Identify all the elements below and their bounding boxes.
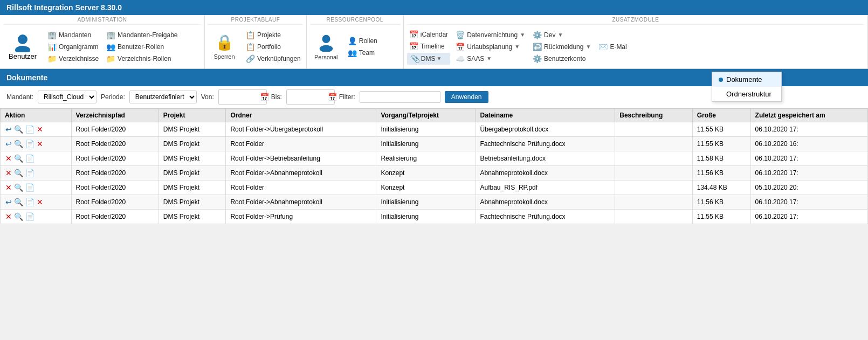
portfolio-icon: 📋 xyxy=(246,43,255,51)
doc-icon[interactable]: 📄 xyxy=(25,197,35,207)
action-cell: ✕🔍📄 xyxy=(1,166,72,181)
rollen-label: Rollen xyxy=(359,37,377,45)
saas-button[interactable]: ☁️ SAAS ▼ xyxy=(453,53,527,64)
verzeichnisse-button[interactable]: 📁 Verzeichnisse xyxy=(45,53,101,64)
dms-dropdown-menu: Dokumente Ordnerstruktur xyxy=(712,72,782,102)
doc-icon[interactable]: 📄 xyxy=(25,212,35,221)
timeline-button[interactable]: 📅 Timeline xyxy=(407,41,450,52)
ressource-small-buttons: 👤 Rollen 👥 Team xyxy=(346,36,380,58)
delete-icon[interactable]: ✕ xyxy=(5,183,12,192)
cell-projekt: DMS Projekt xyxy=(159,195,226,210)
icalendar-button[interactable]: 📅 iCalendar xyxy=(407,29,450,40)
datenvernichtung-label: Datenvernichtung xyxy=(467,31,518,39)
undo-icon[interactable]: ↩ xyxy=(5,197,12,207)
saas-label: SAAS xyxy=(467,55,484,63)
urlaubsplanung-button[interactable]: 📅 Urlaubsplanung ▼ xyxy=(453,41,527,52)
dropdown-dokumente[interactable]: Dokumente xyxy=(712,72,781,87)
action-cell: ↩🔍📄✕ xyxy=(1,122,72,137)
mandanten-button[interactable]: 🏢 Mandanten xyxy=(45,30,101,40)
action-cell: ✕🔍📄 xyxy=(1,181,72,195)
search-icon[interactable]: 🔍 xyxy=(13,168,24,178)
dms-button[interactable]: 📎 DMS ▼ xyxy=(407,53,450,65)
verknuepfungen-button[interactable]: 🔗 Verknüpfungen xyxy=(244,53,303,64)
rueckmeldung-button[interactable]: ↩️ Rückmeldung ▼ xyxy=(531,41,593,52)
doc-icon[interactable]: 📄 xyxy=(25,154,35,163)
col-groesse: Große xyxy=(692,109,750,122)
search-icon[interactable]: 🔍 xyxy=(13,183,24,192)
undo-icon[interactable]: ↩ xyxy=(5,139,12,149)
search-icon[interactable]: 🔍 xyxy=(13,139,24,149)
ribbon-sections: ADMINISTRATION Benutzer 🏢 Mandanten xyxy=(0,15,868,68)
col-projekt: Projekt xyxy=(159,109,226,122)
dropdown-ordnerstruktur[interactable]: Ordnerstruktur xyxy=(712,87,781,101)
ressourcenpool-content: Personal 👤 Rollen 👥 Team xyxy=(310,25,400,68)
cell-beschreibung xyxy=(615,181,692,195)
benutzer-button[interactable]: Benutzer xyxy=(3,31,42,63)
search-icon[interactable]: 🔍 xyxy=(13,124,24,134)
cell-beschreibung xyxy=(615,137,692,151)
delete-icon[interactable]: ✕ xyxy=(36,124,44,134)
search-icon[interactable]: 🔍 xyxy=(13,154,24,163)
portfolio-button[interactable]: 📋 Portfolio xyxy=(244,41,303,52)
personal-button[interactable]: Personal xyxy=(310,31,342,63)
search-icon[interactable]: 🔍 xyxy=(13,212,24,221)
delete-icon[interactable]: ✕ xyxy=(5,212,12,221)
ordnerstruktur-item-label: Ordnerstruktur xyxy=(726,90,771,98)
cell-ordner: Root Folder->Abnahmeprotokoll xyxy=(226,166,376,181)
mandanten-freigabe-label: Mandanten-Freigabe xyxy=(118,31,177,39)
cell-verzeichnispfad: Root Folder/2020 xyxy=(71,210,159,224)
email-icon: ✉️ xyxy=(598,43,608,51)
action-cell: ✕🔍📄 xyxy=(1,210,72,224)
delete-icon[interactable]: ✕ xyxy=(36,139,44,149)
mandant-select[interactable]: Rillsoft_Cloud xyxy=(38,91,97,103)
lock-icon: 🔒 xyxy=(215,33,234,51)
col-beschreibung: Beschreibung xyxy=(615,109,692,122)
delete-icon[interactable]: ✕ xyxy=(5,168,12,178)
benutzerkonto-label: Benutzerkonto xyxy=(544,55,585,63)
periode-select[interactable]: Benutzerdefiniert xyxy=(129,91,197,103)
benutzerkonto-button[interactable]: ⚙️ Benutzerkonto xyxy=(531,53,593,64)
delete-icon[interactable]: ✕ xyxy=(36,197,44,207)
verzeichnis-rollen-button[interactable]: 📁 Verzeichnis-Rollen xyxy=(104,53,180,64)
action-icons: ✕🔍📄 xyxy=(5,168,67,178)
search-icon[interactable]: 🔍 xyxy=(13,197,24,207)
apply-button[interactable]: Anwenden xyxy=(445,91,488,103)
cell-ordner: Root Folder xyxy=(226,137,376,151)
projekte-button[interactable]: 📋 Projekte xyxy=(244,30,303,40)
undo-icon[interactable]: ↩ xyxy=(5,124,12,134)
doc-icon[interactable]: 📄 xyxy=(25,139,35,149)
cell-beschreibung xyxy=(615,166,692,181)
filter-input[interactable] xyxy=(360,91,440,103)
col-dateiname: Dateiname xyxy=(476,109,615,122)
email-button[interactable]: ✉️ E-Mai xyxy=(596,41,629,52)
email-label: E-Mai xyxy=(610,43,626,51)
table-row: ✕🔍📄Root Folder/2020DMS ProjektRoot Folde… xyxy=(1,210,868,224)
cell-dateiname: Fachtechnische Prüfung.docx xyxy=(476,210,615,224)
cell-zuletzt: 06.10.2020 17: xyxy=(750,151,867,166)
team-button[interactable]: 👥 Team xyxy=(346,47,380,58)
doc-icon[interactable]: 📄 xyxy=(25,124,35,134)
benutzer-rollen-button[interactable]: 👥 Benutzer-Rollen xyxy=(104,41,180,52)
table-container: Aktion Verzeichnispfad Projekt Ordner Vo… xyxy=(0,108,868,224)
cell-zuletzt: 06.10.2020 17: xyxy=(750,210,867,224)
von-input[interactable] xyxy=(221,92,259,102)
cell-projekt: DMS Projekt xyxy=(159,166,226,181)
von-date-input[interactable]: 📅 xyxy=(218,89,267,105)
cell-verzeichnispfad: Root Folder/2020 xyxy=(71,137,159,151)
bis-input[interactable] xyxy=(289,92,327,102)
rollen-button[interactable]: 👤 Rollen xyxy=(346,36,380,46)
sperren-button[interactable]: 🔒 Sperren xyxy=(208,31,240,62)
doc-icon[interactable]: 📄 xyxy=(25,183,35,192)
bis-date-input[interactable]: 📅 xyxy=(286,89,335,105)
ressourcenpool-label: RESSOURCENPOOL xyxy=(310,15,400,25)
bis-label: Bis: xyxy=(271,93,282,101)
mandanten-freigabe-button[interactable]: 🏢 Mandanten-Freigabe xyxy=(104,30,180,40)
organigramm-button[interactable]: 📊 Organigramm xyxy=(45,41,101,52)
doc-icon[interactable]: 📄 xyxy=(25,168,35,178)
dev-button[interactable]: ⚙️ Dev ▼ xyxy=(531,30,593,40)
cell-verzeichnispfad: Root Folder/2020 xyxy=(71,151,159,166)
datenvernichtung-button[interactable]: 🗑️ Datenvernichtung ▼ xyxy=(453,30,527,40)
zusatz-col3: ⚙️ Dev ▼ ↩️ Rückmeldung ▼ ⚙️ Benutzerkon… xyxy=(531,30,593,64)
cell-dateiname: Abnahmeprotokoll.docx xyxy=(476,195,615,210)
delete-icon[interactable]: ✕ xyxy=(5,154,12,163)
